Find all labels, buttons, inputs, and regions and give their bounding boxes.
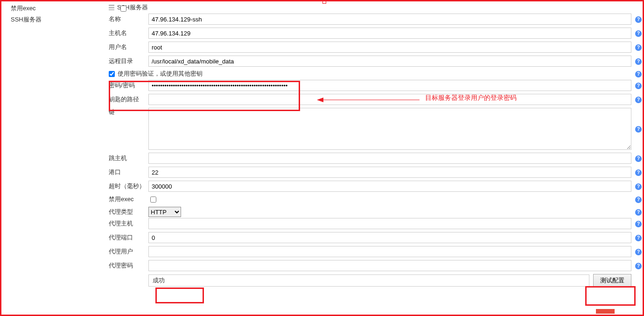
help-icon[interactable]: ? [635,30,642,37]
highlight-test-button [585,286,636,306]
password-input[interactable] [148,80,631,91]
help-icon[interactable]: ? [635,58,642,65]
help-icon[interactable]: ? [635,97,642,103]
proxy-user-input[interactable] [148,246,631,257]
status-box: 成功 [148,274,589,287]
help-icon[interactable]: ? [635,169,642,176]
proxy-host-input[interactable] [148,218,631,229]
help-icon[interactable]: ? [635,155,642,162]
top-marker [322,0,326,4]
label-username: 用户名 [109,43,148,51]
label-proxy-user: 代理用户 [109,247,148,256]
help-icon[interactable]: ? [635,197,642,203]
label-disable-exec2: 禁用exec [109,195,148,204]
help-icon[interactable]: ? [635,71,642,77]
label-name: 名称 [109,15,148,23]
label-proxy-port: 代理端口 [109,233,148,242]
label-proxy-password: 代理密码 [109,261,148,270]
disable-exec-checkbox-top[interactable] [120,6,126,12]
help-icon[interactable]: ? [635,235,642,241]
label-proxy-host: 代理主机 [109,219,148,228]
proxy-port-input[interactable] [148,232,631,243]
label-remote-dir: 远程目录 [109,57,148,65]
hostname-input[interactable] [148,28,631,39]
remote-dir-input[interactable] [148,56,631,67]
port-input[interactable] [148,167,631,178]
use-password-checkbox[interactable] [109,71,115,77]
help-icon[interactable]: ? [635,16,642,23]
sidebar-disable-exec: 禁用exec [11,4,57,13]
sidebar-ssh-servers: SSH服务器 [11,15,57,24]
label-key-path: 钥匙的路径 [109,95,148,104]
username-input[interactable] [148,42,631,53]
help-icon[interactable]: ? [635,221,642,227]
config-frame: 禁用exec SSH服务器 SSH服务器 名称 ? 主机名 ? 用户名 ? 远程… [0,0,644,316]
key-path-input[interactable] [148,94,631,105]
name-input[interactable] [148,14,631,25]
help-icon[interactable]: ? [635,83,642,89]
drag-handle-icon [109,5,114,10]
disable-exec-checkbox[interactable] [150,197,156,203]
status-text: 成功 [153,276,165,285]
label-password: 密码/密码 [109,81,148,90]
left-labels: 禁用exec SSH服务器 [11,4,57,27]
key-textarea[interactable] [148,108,631,150]
proxy-password-input[interactable] [148,260,631,271]
help-icon[interactable]: ? [635,183,642,190]
label-proxy-type: 代理类型 [109,208,148,216]
help-icon[interactable]: ? [635,209,642,216]
timeout-input[interactable] [148,181,631,192]
bottom-red-strip [596,309,615,314]
label-use-password: 使用密码验证，或使用其他密钥 [118,70,203,78]
proxy-type-select[interactable]: HTTP [148,207,181,217]
section-header: SSH服务器 [109,3,643,12]
jump-host-input[interactable] [148,153,631,164]
help-icon[interactable]: ? [635,263,642,269]
label-key: 键 [109,108,148,116]
label-jump-host: 跳主机 [109,154,148,162]
help-icon[interactable]: ? [635,126,642,133]
help-icon[interactable]: ? [635,249,642,255]
label-port: 港口 [109,168,148,176]
test-config-button[interactable]: 测试配置 [593,274,631,287]
label-timeout: 超时（毫秒） [109,182,148,190]
highlight-status [155,288,204,303]
form-area: SSH服务器 名称 ? 主机名 ? 用户名 ? 远程目录 ? 使用密码验证，或使… [109,1,643,287]
help-icon[interactable]: ? [635,44,642,51]
label-hostname: 主机名 [109,29,148,37]
